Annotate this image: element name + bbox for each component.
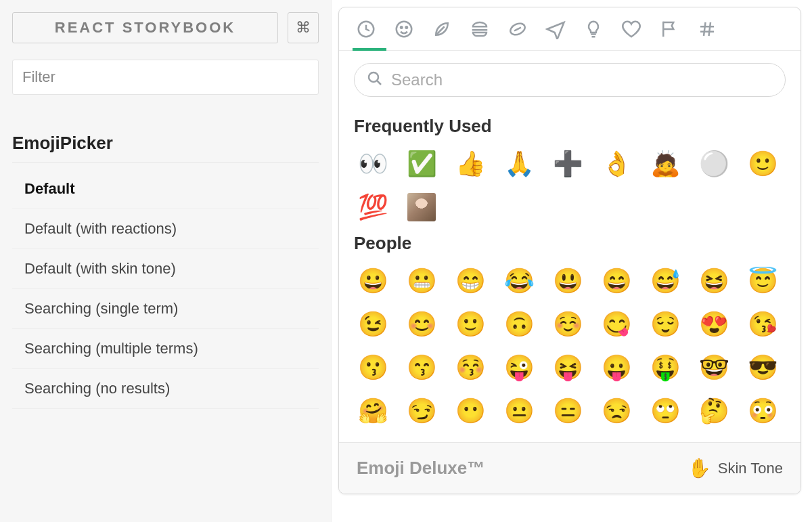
emoji-cell[interactable]: 😘 — [744, 305, 782, 343]
emoji-glyph: 😐 — [504, 399, 535, 423]
emoji-glyph: 😜 — [504, 355, 535, 380]
heart-icon[interactable] — [619, 15, 644, 43]
preview-pane: Frequently Used👀✅👍🙏➕👌🙇⚪🙂💯People😀😬😁😂😃😄😅😆😇… — [332, 0, 812, 522]
emoji-cell[interactable]: 😍 — [695, 305, 733, 343]
emoji-glyph: 😗 — [358, 355, 388, 380]
emoji-grid: 👀✅👍🙏➕👌🙇⚪🙂💯 — [354, 145, 786, 226]
emoji-glyph: 😌 — [650, 312, 681, 336]
emoji-cell[interactable]: 😉 — [354, 305, 392, 343]
emoji-cell[interactable]: 😃 — [549, 262, 587, 300]
emoji-cell[interactable]: 😌 — [646, 305, 684, 343]
emoji-cell[interactable]: 😀 — [354, 262, 392, 300]
story-item[interactable]: Searching (multiple terms) — [12, 329, 319, 369]
emoji-cell[interactable]: ✅ — [403, 145, 441, 183]
burger-icon[interactable] — [468, 15, 492, 43]
emoji-cell[interactable]: 😗 — [354, 349, 392, 387]
flag-icon[interactable] — [657, 15, 681, 43]
story-item[interactable]: Searching (single term) — [12, 289, 319, 329]
emoji-cell[interactable]: 👍 — [451, 145, 489, 183]
emoji-cell[interactable]: 😶 — [451, 392, 489, 430]
emoji-cell[interactable]: 😒 — [597, 392, 635, 430]
emoji-cell[interactable]: 😚 — [451, 349, 489, 387]
emoji-cell[interactable]: 🙂 — [744, 145, 782, 183]
emoji-cell[interactable]: 🤗 — [354, 392, 392, 430]
section-heading: Frequently Used — [354, 116, 786, 137]
emoji-picker: Frequently Used👀✅👍🙏➕👌🙇⚪🙂💯People😀😬😁😂😃😄😅😆😇… — [338, 7, 801, 494]
emoji-cell[interactable]: 😅 — [646, 262, 684, 300]
emoji-glyph: 😀 — [358, 269, 388, 293]
emoji-glyph: 😋 — [602, 312, 632, 336]
emoji-glyph: 😁 — [455, 269, 486, 293]
emoji-glyph: 🙂 — [748, 152, 778, 176]
emoji-cell[interactable]: 🙇 — [646, 145, 684, 183]
search-field[interactable] — [354, 63, 786, 97]
emoji-cell[interactable]: 😁 — [451, 262, 489, 300]
skin-tone-button[interactable]: ✋ Skin Tone — [687, 457, 783, 479]
section-heading: People — [354, 233, 786, 254]
smiley-icon[interactable] — [392, 15, 416, 43]
emoji-cell[interactable]: ➕ — [549, 145, 587, 183]
story-item[interactable]: Default — [12, 169, 319, 209]
emoji-glyph: ☺️ — [553, 312, 583, 336]
emoji-cell[interactable]: 💯 — [354, 188, 392, 226]
emoji-glyph: 🤔 — [699, 399, 729, 423]
emoji-cell[interactable]: 😑 — [549, 392, 587, 430]
emoji-cell[interactable]: 😄 — [597, 262, 635, 300]
emoji-glyph: 😂 — [504, 269, 535, 293]
emoji-cell[interactable]: ⚪ — [695, 145, 733, 183]
emoji-glyph: 😉 — [358, 312, 388, 336]
bulb-icon[interactable] — [581, 15, 606, 43]
emoji-cell[interactable]: 😝 — [549, 349, 587, 387]
emoji-cell[interactable]: 🤓 — [695, 349, 733, 387]
shortcut-button[interactable]: ⌘ — [288, 12, 319, 43]
emoji-glyph: 🤗 — [358, 399, 388, 423]
svg-point-2 — [401, 26, 403, 28]
football-icon[interactable] — [505, 15, 530, 43]
emoji-cell[interactable]: 😬 — [403, 262, 441, 300]
emoji-cell[interactable]: 👀 — [354, 145, 392, 183]
emoji-cell[interactable]: 😜 — [500, 349, 538, 387]
emoji-cell[interactable]: 😇 — [744, 262, 782, 300]
emoji-cell[interactable] — [403, 188, 441, 226]
emoji-glyph: 🙃 — [504, 312, 535, 336]
emoji-cell[interactable]: 😊 — [403, 305, 441, 343]
emoji-cell[interactable]: 👌 — [597, 145, 635, 183]
emoji-glyph: 😚 — [455, 355, 486, 380]
emoji-cell[interactable]: 🤔 — [695, 392, 733, 430]
hash-icon[interactable] — [695, 15, 719, 43]
emoji-cell[interactable]: 🤑 — [646, 349, 684, 387]
search-input[interactable] — [391, 70, 773, 89]
emoji-cell[interactable]: 😛 — [597, 349, 635, 387]
svg-point-12 — [369, 72, 378, 82]
emoji-glyph: 😝 — [553, 355, 583, 380]
custom-emoji-avatar — [407, 193, 436, 221]
emoji-cell[interactable]: 😂 — [500, 262, 538, 300]
story-item[interactable]: Default (with skin tone) — [12, 249, 319, 289]
emoji-cell[interactable]: 😐 — [500, 392, 538, 430]
story-item[interactable]: Default (with reactions) — [12, 209, 319, 249]
emoji-cell[interactable]: 😆 — [695, 262, 733, 300]
filter-input[interactable] — [12, 60, 319, 95]
emoji-cell[interactable]: 😙 — [403, 349, 441, 387]
recent-icon[interactable] — [354, 15, 378, 43]
emoji-cell[interactable]: 😎 — [744, 349, 782, 387]
emoji-cell[interactable]: 🙂 — [451, 305, 489, 343]
emoji-cell[interactable]: 🙏 — [500, 145, 538, 183]
emoji-cell[interactable]: 😋 — [597, 305, 635, 343]
emoji-scroll-area[interactable]: Frequently Used👀✅👍🙏➕👌🙇⚪🙂💯People😀😬😁😂😃😄😅😆😇… — [339, 106, 800, 442]
emoji-glyph: 😅 — [650, 269, 681, 293]
emoji-glyph: 😘 — [748, 312, 778, 336]
emoji-cell[interactable]: 🙃 — [500, 305, 538, 343]
story-item[interactable]: Searching (no results) — [12, 369, 319, 409]
emoji-glyph: 🤓 — [699, 355, 729, 380]
emoji-cell[interactable]: 🙄 — [646, 392, 684, 430]
emoji-cell[interactable]: 😏 — [403, 392, 441, 430]
plane-icon[interactable] — [543, 15, 568, 43]
svg-point-1 — [397, 21, 412, 37]
svg-point-3 — [406, 26, 408, 28]
svg-line-10 — [704, 22, 706, 36]
emoji-cell[interactable]: ☺️ — [549, 305, 587, 343]
emoji-glyph: 🙄 — [650, 399, 681, 423]
leaf-icon[interactable] — [430, 15, 454, 43]
emoji-cell[interactable]: 😳 — [744, 392, 782, 430]
